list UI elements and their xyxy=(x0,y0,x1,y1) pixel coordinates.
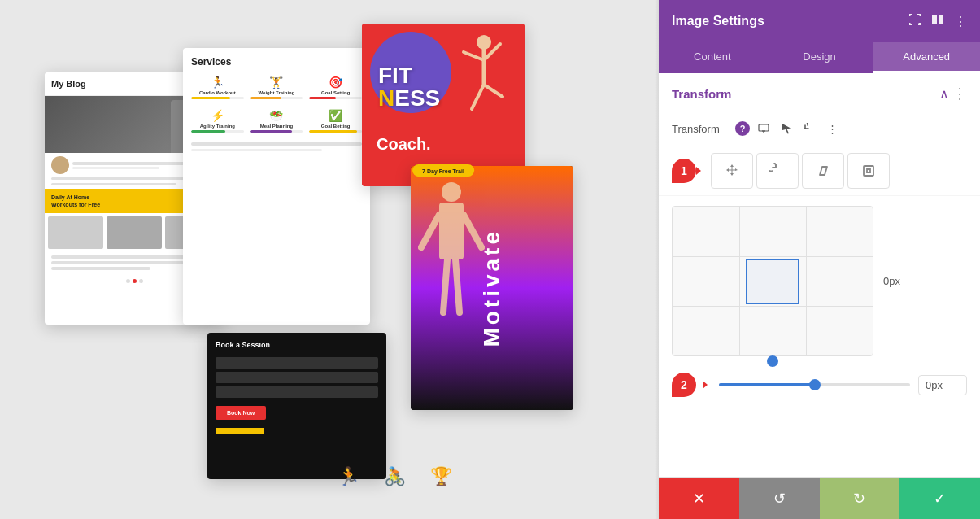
scale-button[interactable] xyxy=(847,153,890,189)
position-box[interactable] xyxy=(746,259,799,304)
monitor-icon[interactable] xyxy=(755,120,773,137)
more-icon[interactable]: ⋮ xyxy=(823,120,841,137)
service-progress-betting xyxy=(309,130,362,133)
panel-header: Image Settings ⋮ xyxy=(659,0,980,42)
slider-row: 2 xyxy=(659,366,980,403)
service-item: 🥗 Meal Planning xyxy=(249,106,305,136)
yoga-figure-svg xyxy=(455,28,512,125)
badge-2-arrow xyxy=(703,381,708,389)
split-view-icon[interactable] xyxy=(931,13,944,29)
fitness-content: FITNESS 7 Day Free Trail Coach. 7 Day Fr… xyxy=(362,24,525,186)
section-more-icon[interactable]: ⋮ xyxy=(952,85,967,102)
bottom-icons-row: 🏃 🚴 🏆 xyxy=(338,466,452,487)
booking-form-field-1 xyxy=(216,357,378,369)
services-title: Services xyxy=(183,48,370,72)
grid-line-v1 xyxy=(739,207,740,355)
service-name-betting: Goal Betting xyxy=(309,124,362,129)
redo-button[interactable]: ↻ xyxy=(820,478,900,519)
service-item: 🎯 Goal Setting xyxy=(307,72,364,102)
service-icon-goal: 🎯 xyxy=(309,76,362,89)
help-icon[interactable]: ? xyxy=(735,121,750,136)
rotate-button[interactable] xyxy=(756,153,799,189)
svg-line-4 xyxy=(472,85,484,109)
service-name-goal: Goal Setting xyxy=(309,90,362,95)
fitness-title: FITNESS xyxy=(378,64,440,110)
skew-button[interactable] xyxy=(802,153,844,189)
service-item: ⚡ Agility Training xyxy=(189,106,246,136)
service-icon-meal: 🥗 xyxy=(250,109,303,122)
reset-button[interactable]: ↺ xyxy=(739,478,820,519)
position-dot xyxy=(767,355,778,367)
card-booking: Book a Session Book Now xyxy=(207,333,386,479)
tab-bar: Content Design Advanced xyxy=(659,42,980,73)
tab-advanced[interactable]: Advanced xyxy=(873,42,980,73)
booking-submit-btn[interactable]: Book Now xyxy=(216,406,266,420)
transform-control-row: Transform ? ⋮ xyxy=(659,111,980,146)
grid-line-h1 xyxy=(673,256,873,257)
booking-form-field-2 xyxy=(216,372,378,383)
fitness-free-trail: 7 Day Free Trail xyxy=(414,166,473,177)
more-options-icon[interactable]: ⋮ xyxy=(954,14,967,29)
service-progress-weight xyxy=(250,97,303,99)
cursor-icon[interactable] xyxy=(777,120,795,137)
service-name-agility: Agility Training xyxy=(191,124,244,129)
grid-line-v2 xyxy=(806,207,807,355)
svg-line-5 xyxy=(484,85,503,97)
service-icon-cardio: 🏃 xyxy=(191,76,244,89)
athlete-figure-svg xyxy=(415,174,488,353)
fullscreen-icon[interactable] xyxy=(908,13,921,29)
service-name-meal: Meal Planning xyxy=(250,124,303,129)
badge-1-arrow xyxy=(696,167,701,175)
icon-cyclist: 🚴 xyxy=(384,466,406,487)
icon-trophy: 🏆 xyxy=(430,466,452,487)
service-progress-cardio xyxy=(191,97,244,99)
position-grid[interactable] xyxy=(672,206,873,356)
undo-icon[interactable] xyxy=(800,120,818,137)
service-progress-agility xyxy=(191,130,244,133)
icon-runner: 🏃 xyxy=(338,466,359,487)
booking-title: Book a Session xyxy=(207,333,386,354)
fitness-coach: Coach. xyxy=(377,135,431,154)
tab-design[interactable]: Design xyxy=(766,42,873,73)
settings-panel: Image Settings ⋮ Content Design Advanced… xyxy=(659,0,980,519)
motivate-figure xyxy=(415,174,488,353)
section-collapse-icon[interactable]: ∧ xyxy=(939,86,949,102)
service-name-cardio: Cardio Workout xyxy=(191,90,244,95)
svg-point-0 xyxy=(477,35,491,50)
svg-rect-14 xyxy=(759,124,769,131)
panel-body: Transform ∧ ⋮ Transform ? ⋮ xyxy=(659,73,980,477)
service-progress-meal xyxy=(250,130,303,133)
svg-line-11 xyxy=(455,260,460,312)
svg-rect-17 xyxy=(864,166,873,176)
service-item: ✅ Goal Betting xyxy=(307,106,364,136)
slider-value-input[interactable] xyxy=(918,375,967,395)
slider-thumb[interactable] xyxy=(809,379,821,390)
svg-line-10 xyxy=(443,260,447,312)
svg-line-8 xyxy=(421,215,439,247)
svg-rect-13 xyxy=(939,15,943,24)
transform-badge-2[interactable]: 2 xyxy=(672,373,696,397)
card-services: Services 🏃 Cardio Workout 🏋️ Weight Trai… xyxy=(183,48,370,325)
tab-content[interactable]: Content xyxy=(659,42,766,73)
slider-fill xyxy=(719,383,815,386)
slider-track[interactable] xyxy=(719,383,910,386)
slider-container xyxy=(719,383,910,386)
svg-line-2 xyxy=(464,52,484,60)
booking-yellow-bar xyxy=(216,428,264,434)
confirm-button[interactable]: ✓ xyxy=(899,478,980,519)
service-name-weight: Weight Training xyxy=(250,90,303,95)
blog-avatar xyxy=(51,156,69,174)
cancel-button[interactable]: ✕ xyxy=(659,478,739,519)
position-visualizer-container: 0px xyxy=(659,196,980,366)
service-progress-goal xyxy=(309,97,362,99)
move-button[interactable] xyxy=(711,153,753,189)
transform-badge-1[interactable]: 1 xyxy=(672,159,696,183)
canvas-background: My Blog Daily At HomeWorkouts for Free xyxy=(20,24,638,495)
service-item: 🏃 Cardio Workout xyxy=(189,72,246,102)
canvas-area: My Blog Daily At HomeWorkouts for Free xyxy=(0,0,659,519)
position-value-display: 0px xyxy=(883,275,900,287)
section-title-transform: Transform xyxy=(672,87,731,101)
badge-2-wrapper: 2 xyxy=(672,373,703,397)
card-motivate: Motivate xyxy=(411,166,573,410)
card-fitness-red: FITNESS 7 Day Free Trail Coach. 7 Day Fr… xyxy=(362,24,525,186)
